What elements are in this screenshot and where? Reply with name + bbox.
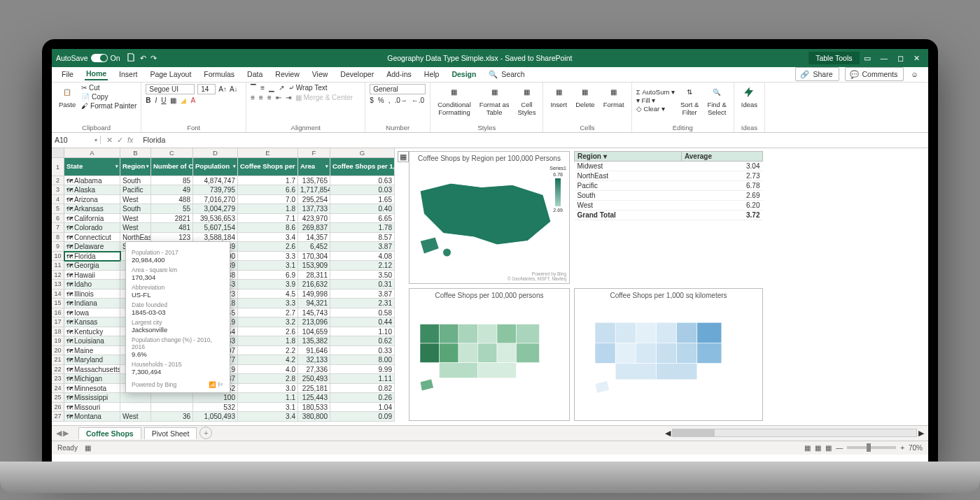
decrease-decimal-icon[interactable]: ←.0 xyxy=(412,97,424,104)
col-A[interactable]: A xyxy=(64,148,120,157)
table-tools-tab[interactable]: Table Tools xyxy=(808,52,859,64)
format-as-table-button[interactable]: ▦Format as Table xyxy=(477,84,512,117)
redo-icon[interactable]: ↷ xyxy=(150,54,157,62)
cancel-formula-icon[interactable]: ✕ xyxy=(106,136,113,144)
sheet-tab-coffee-shops[interactable]: Coffee Shops xyxy=(78,427,141,439)
percent-icon[interactable]: % xyxy=(378,97,384,104)
border-button[interactable]: ▦ xyxy=(170,97,176,104)
macro-record-icon[interactable]: ▦ xyxy=(85,444,91,452)
table-row[interactable]: 7ColoradoWest4815,607,1548.6269,8371.78 xyxy=(52,223,395,233)
merge-button[interactable]: ▦ Merge & Center xyxy=(295,94,353,101)
name-box[interactable]: A10▾ xyxy=(52,136,101,144)
find-select-button[interactable]: 🔍Find & Select xyxy=(704,84,729,117)
increase-indent-icon[interactable]: ⇥ xyxy=(286,94,291,101)
number-format-select[interactable]: General xyxy=(370,84,426,94)
tab-insert[interactable]: Insert xyxy=(118,69,139,80)
align-bottom-icon[interactable]: ▁ xyxy=(269,84,274,92)
comments-button[interactable]: 💬 Comments xyxy=(845,67,904,81)
table-row[interactable]: 27MontanaWest361,050,4933.4380,8000.09 xyxy=(52,412,395,422)
format-painter-button[interactable]: 🖌 Format Painter xyxy=(81,102,136,110)
horizontal-scrollbar[interactable]: ◀▶ xyxy=(665,429,924,437)
filter-icon[interactable]: ▾ xyxy=(233,162,236,171)
italic-button[interactable]: I xyxy=(155,97,157,104)
insert-cells-button[interactable]: ▦Insert xyxy=(547,84,570,110)
next-sheet-icon[interactable]: ▶ xyxy=(63,429,69,437)
zoom-slider[interactable] xyxy=(847,446,896,449)
maximize-icon[interactable]: ◻ xyxy=(897,54,904,62)
comma-icon[interactable]: , xyxy=(388,97,391,104)
zoom-level[interactable]: 70% xyxy=(909,444,923,452)
font-color-button[interactable]: A xyxy=(190,97,195,104)
table-row[interactable]: 5ArkansasSouth553,004,2791.8137,7330.40 xyxy=(52,204,395,214)
tab-page-layout[interactable]: Page Layout xyxy=(148,69,192,80)
underline-button[interactable]: U xyxy=(161,97,166,104)
autosum-button[interactable]: Σ AutoSum ▾ xyxy=(636,88,675,96)
ribbon-options-icon[interactable]: ▭ xyxy=(864,54,871,62)
col-F[interactable]: F xyxy=(298,148,330,157)
align-left-icon[interactable]: ≡ xyxy=(251,94,255,101)
minimize-icon[interactable]: — xyxy=(881,54,888,62)
chart-smart-tag[interactable]: ▦ xyxy=(398,151,409,162)
sheet-tab-pivot[interactable]: Pivot Sheet xyxy=(144,427,197,439)
pivot-table-region-average[interactable]: Region ▾Average Midwest3.04NorthEast2.73… xyxy=(574,151,763,284)
increase-decimal-icon[interactable]: .0→ xyxy=(394,97,407,104)
align-center-icon[interactable]: ≡ xyxy=(259,94,263,101)
undo-icon[interactable]: ↶ xyxy=(140,54,146,62)
conditional-formatting-button[interactable]: ▦Conditional Formatting xyxy=(435,84,474,117)
ideas-button[interactable]: Ideas xyxy=(738,84,760,110)
tell-me-search[interactable]: 🔍 Search xyxy=(487,69,527,80)
chart-per-1000km-map[interactable]: Coffee Shops per 1,000 sq kilometers xyxy=(574,288,763,421)
sort-filter-button[interactable]: ⇅Sort & Filter xyxy=(678,84,701,117)
col-B[interactable]: B xyxy=(120,148,151,157)
font-name-select[interactable]: Segoe UI xyxy=(146,84,195,94)
tab-developer[interactable]: Developer xyxy=(339,69,375,80)
enter-formula-icon[interactable]: ✓ xyxy=(117,136,123,144)
smiley-feedback-icon[interactable]: ☺ xyxy=(909,69,920,80)
select-all-corner[interactable] xyxy=(52,148,64,157)
filter-icon[interactable]: ▾ xyxy=(146,162,149,171)
save-icon[interactable] xyxy=(126,52,136,64)
table-row[interactable]: 3AlaskaPacific49739,7956.61,717,8540.03 xyxy=(52,185,395,195)
table-row[interactable]: 6CaliforniaWest282139,536,6537.1423,9706… xyxy=(52,214,395,224)
fill-color-button[interactable]: ◢ xyxy=(181,97,186,104)
tab-data[interactable]: Data xyxy=(246,69,264,80)
tab-addins[interactable]: Add-ins xyxy=(385,69,413,80)
chart-region-map[interactable]: Coffee Shops by Region per 100,000 Perso… xyxy=(409,151,570,284)
decrease-indent-icon[interactable]: ⇤ xyxy=(276,94,281,101)
data-grid[interactable]: A B C D E F G 1 State▾ Region▾ Number of… xyxy=(52,148,395,425)
align-middle-icon[interactable]: ≡ xyxy=(260,84,265,92)
table-row[interactable]: 26Missouri5323.1180,5331.04 xyxy=(52,403,395,413)
delete-cells-button[interactable]: ▦Delete xyxy=(573,84,597,110)
fill-button[interactable]: ▾ Fill ▾ xyxy=(636,97,675,104)
prev-sheet-icon[interactable]: ◀ xyxy=(56,429,62,437)
filter-icon[interactable]: ▾ xyxy=(326,162,328,171)
filter-icon[interactable]: ▾ xyxy=(115,162,118,171)
tab-design[interactable]: Design xyxy=(450,69,477,80)
wrap-text-button[interactable]: ⤶ Wrap Text xyxy=(288,84,327,92)
align-right-icon[interactable]: ≡ xyxy=(267,94,272,101)
zoom-out-icon[interactable]: — xyxy=(836,444,843,452)
formula-input[interactable]: Florida xyxy=(139,136,928,144)
toggle-switch[interactable] xyxy=(91,54,108,62)
col-C[interactable]: C xyxy=(151,148,193,157)
table-row[interactable]: 2AlabamaSouth854,874,7471.7135,7650.63 xyxy=(52,176,395,186)
font-size-select[interactable]: 14 xyxy=(197,84,216,94)
tab-help[interactable]: Help xyxy=(423,69,441,80)
copy-button[interactable]: 📄 Copy xyxy=(81,93,136,101)
bold-button[interactable]: B xyxy=(146,97,150,104)
view-break-icon[interactable]: ▦ xyxy=(825,444,832,452)
clear-button[interactable]: ◇ Clear ▾ xyxy=(636,105,675,113)
share-button[interactable]: 🔗 Share xyxy=(795,67,839,81)
tab-view[interactable]: View xyxy=(311,69,330,80)
zoom-in-icon[interactable]: + xyxy=(900,444,904,452)
view-layout-icon[interactable]: ▦ xyxy=(815,444,821,452)
format-cells-button[interactable]: ▦Format xyxy=(601,84,627,110)
autosave-toggle[interactable]: AutoSave On xyxy=(56,54,120,62)
col-E[interactable]: E xyxy=(238,148,298,157)
tab-home[interactable]: Home xyxy=(85,68,108,80)
view-normal-icon[interactable]: ▦ xyxy=(804,444,811,452)
cut-button[interactable]: ✂ Cut xyxy=(81,84,136,92)
col-D[interactable]: D xyxy=(193,148,238,157)
fx-icon[interactable]: fx xyxy=(127,136,133,144)
paste-button[interactable]: 📋Paste xyxy=(56,84,78,110)
